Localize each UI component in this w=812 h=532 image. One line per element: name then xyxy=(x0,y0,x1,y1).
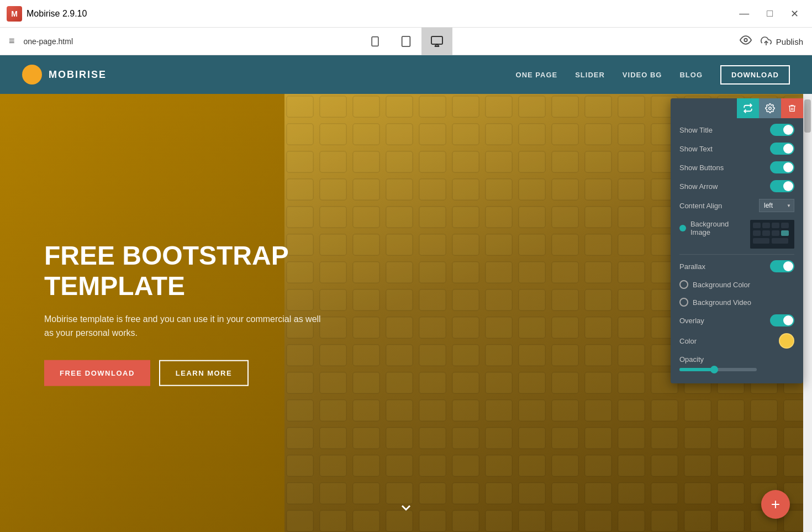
show-text-row: Show Text xyxy=(671,139,803,158)
bg-color-row: Background Color xyxy=(671,276,803,293)
bg-image-label: Background Image xyxy=(690,220,751,236)
svg-rect-14 xyxy=(762,223,770,228)
svg-rect-15 xyxy=(772,223,779,228)
svg-rect-13 xyxy=(753,223,761,228)
svg-rect-19 xyxy=(772,230,779,236)
overlay-row: Overlay xyxy=(671,311,803,330)
mobile-view-button[interactable] xyxy=(360,28,391,55)
opacity-slider-fill xyxy=(679,368,714,371)
hamburger-menu-icon[interactable]: ≡ xyxy=(9,35,15,47)
show-title-toggle[interactable] xyxy=(770,124,794,136)
file-name-label: one-page.html xyxy=(24,37,73,46)
content-align-select-wrapper: left center right xyxy=(759,199,794,212)
scrollbar-track[interactable] xyxy=(803,94,812,532)
bg-image-left: Background Image xyxy=(679,220,750,236)
learn-more-button[interactable]: LEARN MORE xyxy=(159,360,249,386)
hero-arrow-icon[interactable] xyxy=(398,500,414,519)
hero-subtitle: Mobirise template is free and you can us… xyxy=(44,312,331,340)
cloud-upload-icon xyxy=(761,36,772,47)
bg-image-thumbnail[interactable] xyxy=(750,220,794,249)
show-text-label: Show Text xyxy=(679,145,713,153)
opacity-slider[interactable] xyxy=(679,368,757,371)
nav-item-video-bg[interactable]: VIDEO BG xyxy=(623,71,662,79)
divider-1 xyxy=(679,254,794,255)
content-align-select[interactable]: left center right xyxy=(759,199,794,212)
svg-rect-2 xyxy=(402,36,410,46)
title-bar: M Mobirise 2.9.10 — □ ✕ xyxy=(0,0,812,28)
svg-rect-17 xyxy=(753,230,761,236)
window-controls: — □ ✕ xyxy=(735,6,803,22)
svg-point-11 xyxy=(769,107,772,110)
nav-download-button[interactable]: DOWNLOAD xyxy=(720,65,790,85)
bg-image-indicator xyxy=(679,225,686,231)
svg-rect-4 xyxy=(431,36,442,44)
maximize-button[interactable]: □ xyxy=(762,6,777,22)
panel-toolbar xyxy=(671,98,803,118)
site-nav: ONE PAGE SLIDER VIDEO BG BLOG DOWNLOAD xyxy=(516,65,790,85)
main-content: MOBIRISE ONE PAGE SLIDER VIDEO BG BLOG D… xyxy=(0,55,812,532)
show-arrow-row: Show Arrow xyxy=(671,177,803,196)
bg-video-radio[interactable] xyxy=(679,298,688,307)
nav-item-one-page[interactable]: ONE PAGE xyxy=(516,71,558,79)
show-buttons-label: Show Buttons xyxy=(679,164,724,172)
opacity-row: Opacity xyxy=(671,352,803,375)
nav-item-slider[interactable]: SLIDER xyxy=(575,71,605,79)
color-swatch[interactable] xyxy=(779,333,794,349)
menu-right-actions: Publish xyxy=(740,34,803,49)
bg-color-radio[interactable] xyxy=(679,280,688,289)
desktop-view-button[interactable] xyxy=(421,28,452,55)
logo-text: MOBIRISE xyxy=(49,69,107,81)
menu-bar: ≡ one-page.html xyxy=(0,28,812,55)
hero-content: FREE BOOTSTRAP TEMPLATE Mobirise templat… xyxy=(44,240,331,386)
svg-rect-22 xyxy=(772,238,788,244)
bg-color-left: Background Color xyxy=(679,280,750,289)
show-arrow-label: Show Arrow xyxy=(679,182,718,191)
panel-move-button[interactable] xyxy=(737,98,759,118)
show-arrow-toggle[interactable] xyxy=(770,180,794,192)
minimize-button[interactable]: — xyxy=(735,6,753,22)
bg-video-left: Background Video xyxy=(679,298,751,307)
show-buttons-row: Show Buttons xyxy=(671,158,803,177)
svg-rect-21 xyxy=(753,238,769,244)
show-buttons-toggle[interactable] xyxy=(770,161,794,173)
logo-circle-icon xyxy=(22,65,42,85)
scrollbar-thumb[interactable] xyxy=(804,99,811,133)
content-align-row: Content Align left center right xyxy=(671,196,803,215)
hero-title: FREE BOOTSTRAP TEMPLATE xyxy=(44,240,331,301)
bg-image-preview xyxy=(750,220,794,249)
publish-button[interactable]: Publish xyxy=(761,36,803,47)
color-row: Color xyxy=(671,330,803,352)
site-header: MOBIRISE ONE PAGE SLIDER VIDEO BG BLOG D… xyxy=(0,55,812,94)
hero-buttons: FREE DOWNLOAD LEARN MORE xyxy=(44,360,331,386)
fab-add-button[interactable]: + xyxy=(761,490,790,519)
show-title-row: Show Title xyxy=(671,120,803,139)
device-switcher xyxy=(360,28,452,55)
close-button[interactable]: ✕ xyxy=(786,6,803,22)
content-align-label: Content Align xyxy=(679,202,722,210)
preview-button[interactable] xyxy=(740,34,752,49)
show-text-toggle[interactable] xyxy=(770,143,794,155)
tablet-view-button[interactable] xyxy=(391,28,421,55)
show-title-label: Show Title xyxy=(679,126,713,134)
svg-rect-0 xyxy=(372,36,378,46)
parallax-label: Parallax xyxy=(679,262,705,271)
free-download-button[interactable]: FREE DOWNLOAD xyxy=(44,360,150,386)
panel-delete-button[interactable] xyxy=(781,98,803,118)
svg-point-6 xyxy=(744,38,747,41)
bg-video-row: Background Video xyxy=(671,293,803,311)
bg-color-label: Background Color xyxy=(693,281,750,289)
nav-item-blog[interactable]: BLOG xyxy=(679,71,703,79)
panel-settings-button[interactable] xyxy=(759,98,781,118)
opacity-slider-thumb[interactable] xyxy=(710,366,718,373)
parallax-toggle[interactable] xyxy=(770,260,794,272)
settings-panel: Show Title Show Text Show Buttons xyxy=(671,98,803,383)
parallax-row: Parallax xyxy=(671,257,803,276)
app-title: Mobirise 2.9.10 xyxy=(27,9,87,19)
svg-rect-18 xyxy=(762,230,770,236)
site-logo: MOBIRISE xyxy=(22,65,107,85)
overlay-toggle[interactable] xyxy=(770,314,794,326)
hero-section: FREE BOOTSTRAP TEMPLATE Mobirise templat… xyxy=(0,94,812,532)
opacity-label: Opacity xyxy=(679,355,704,364)
svg-rect-16 xyxy=(781,223,789,228)
overlay-label: Overlay xyxy=(679,317,704,325)
